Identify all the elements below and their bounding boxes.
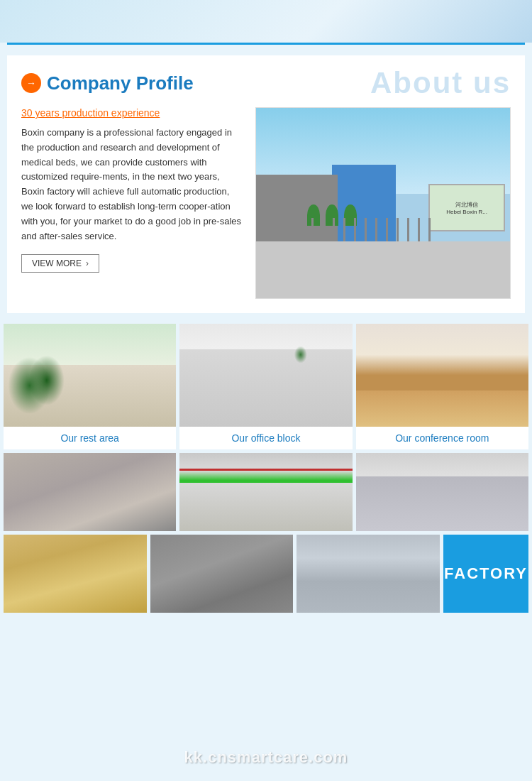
factory-image-column: 河北博信Hebei Boxin R...: [255, 107, 511, 299]
view-more-button[interactable]: VIEW MORE ›: [21, 254, 99, 273]
office-block-label: Our office block: [179, 427, 352, 449]
about-us-heading: About us: [370, 66, 511, 100]
factory-photo-6: [297, 535, 440, 613]
watermark: kk.cnsmartcare.com: [184, 748, 348, 767]
view-more-label: VIEW MORE: [32, 258, 82, 268]
factory-gate: [269, 218, 434, 241]
factory-label-box: FACTORY: [443, 535, 528, 613]
rest-area-label: Our rest area: [4, 427, 176, 449]
watermark-text: kk.cnsmartcare.com: [184, 748, 348, 766]
factory-sign-text: 河北博信Hebei Boxin R...: [446, 201, 487, 215]
conf-room-label-text: Our conference room: [395, 432, 489, 444]
factory-photo-2: [179, 453, 352, 531]
factory-photo-1: [4, 453, 176, 531]
office-block-photo: [179, 324, 352, 427]
factory-img-inner: 河北博信Hebei Boxin R...: [256, 108, 510, 298]
office-item-conf: Our conference room: [356, 324, 528, 449]
top-decorative-area: [0, 0, 532, 43]
office-item-rest: Our rest area: [4, 324, 176, 449]
ground-bg: [256, 241, 510, 298]
btn-arrow-icon: ›: [86, 258, 89, 268]
rest-area-photo: [4, 324, 176, 427]
company-description: Boxin company is a professional factory …: [21, 126, 241, 244]
office-photos-grid: Our rest area Our office block Our confe…: [4, 324, 528, 449]
factory-label-text: FACTORY: [444, 564, 528, 583]
factory-sign: 河北博信Hebei Boxin R...: [428, 184, 504, 231]
title-left: Company Profile: [21, 72, 194, 94]
text-column: 30 years production experience Boxin com…: [21, 107, 241, 273]
conf-room-photo: [356, 324, 528, 427]
company-title: Company Profile: [47, 72, 194, 94]
office-block-label-text: Our office block: [231, 432, 300, 444]
content-row: 30 years production experience Boxin com…: [21, 107, 511, 299]
section-separator: [7, 43, 525, 45]
rest-area-label-text: Our rest area: [60, 432, 118, 444]
conf-room-label: Our conference room: [356, 427, 528, 449]
office-item-block: Our office block: [179, 324, 352, 449]
factory-building-image: 河北博信Hebei Boxin R...: [255, 107, 511, 299]
factory-bottom-row: FACTORY: [4, 535, 528, 613]
factory-section: FACTORY: [4, 453, 528, 613]
factory-photo-4: [4, 535, 147, 613]
arrow-circle-icon: [21, 73, 41, 93]
factory-top-row: [4, 453, 528, 531]
factory-photo-5: [150, 535, 294, 613]
factory-photo-3: [356, 453, 528, 531]
experience-link[interactable]: 30 years production experience: [21, 107, 241, 119]
section-header: Company Profile About us: [21, 66, 511, 100]
company-profile-section: Company Profile About us 30 years produc…: [7, 55, 525, 313]
